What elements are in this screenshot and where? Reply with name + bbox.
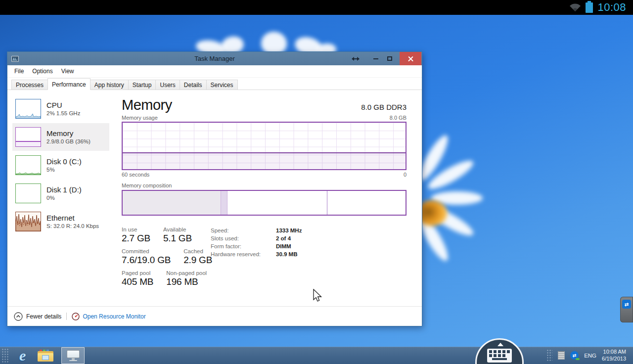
menu-file[interactable]: File <box>14 68 24 75</box>
memory-panel-title: Memory <box>122 97 172 113</box>
task-manager-window: Task Manager File Options View Processes… <box>7 51 422 326</box>
status-bar-clock: 10:08 <box>597 0 626 15</box>
memory-usage-graph <box>122 122 407 170</box>
ethernet-graph-thumbnail <box>15 212 41 231</box>
memory-composition-bar <box>122 190 407 216</box>
memory-panel: Memory 8.0 GB DDR3 Memory usage 8.0 GB 6… <box>109 90 422 306</box>
chevron-up-icon <box>497 343 503 346</box>
internet-explorer-icon[interactable]: e <box>19 348 26 363</box>
file-explorer-icon[interactable] <box>38 350 53 362</box>
stat-label-committed: Committed <box>122 248 171 254</box>
tab-app-history[interactable]: App history <box>90 80 129 90</box>
composition-segment-in-use <box>123 191 221 215</box>
composition-segment-modified <box>221 191 227 215</box>
detail-value-hw-reserved: 30.9 MB <box>276 251 302 257</box>
graph-axis-left: 60 seconds <box>122 172 149 178</box>
open-resource-monitor-link[interactable]: Open Resource Monitor <box>72 313 145 320</box>
tab-startup[interactable]: Startup <box>128 80 156 90</box>
teamviewer-icon: ⇄ <box>622 300 631 309</box>
detail-label-hw-reserved: Hardware reserved: <box>211 251 263 257</box>
stat-value-in-use: 2.7 GB <box>122 233 150 244</box>
sidebar-item-disk1[interactable]: Disk 1 (D:) 0% <box>12 180 109 207</box>
memory-composition-label: Memory composition <box>122 182 407 188</box>
sidebar-memory-detail: 2.9/8.0 GB (36%) <box>46 138 90 145</box>
stat-label-cached: Cached <box>183 248 212 254</box>
disk0-graph-thumbnail <box>15 155 41 175</box>
stat-value-paged-pool: 405 MB <box>122 276 153 287</box>
window-footer: Fewer details Open Resource Monitor <box>7 306 422 326</box>
sidebar-item-cpu[interactable]: CPU 2% 1.55 GHz <box>12 95 109 123</box>
memory-capacity: 8.0 GB DDR3 <box>361 103 407 111</box>
menu-options[interactable]: Options <box>32 68 52 75</box>
detail-label-slots: Slots used: <box>211 235 263 241</box>
task-manager-icon <box>67 350 80 361</box>
memory-usage-fill <box>123 152 406 169</box>
taskbar-time: 10:08 AM <box>602 349 626 356</box>
taskbar-grip[interactable] <box>1 348 9 363</box>
composition-segment-free <box>327 191 406 215</box>
fewer-details-button[interactable]: Fewer details <box>14 312 61 321</box>
tab-strip: Processes Performance App history Startu… <box>7 78 422 90</box>
stat-value-available: 5.1 GB <box>163 233 192 244</box>
sidebar-disk0-detail: 5% <box>46 166 82 173</box>
composition-segment-standby <box>227 191 327 215</box>
tab-services[interactable]: Services <box>206 80 238 90</box>
tab-users[interactable]: Users <box>155 80 180 90</box>
memory-usage-max: 8.0 GB <box>390 115 407 121</box>
resize-icon[interactable] <box>350 52 362 65</box>
performance-content: CPU 2% 1.55 GHz Memory 2.9/8.0 GB (36%) <box>7 90 422 306</box>
memory-usage-label: Memory usage <box>122 115 158 121</box>
detail-label-form-factor: Form factor: <box>211 243 263 249</box>
close-button[interactable] <box>400 52 421 65</box>
taskbar: e <box>0 347 633 364</box>
sidebar-ethernet-detail: S: 32.0 R: 24.0 Kbps <box>46 223 99 229</box>
cpu-graph-thumbnail <box>15 99 41 119</box>
sidebar-memory-label: Memory <box>46 129 90 138</box>
chevron-up-icon <box>14 312 23 321</box>
keyboard-icon <box>487 349 512 363</box>
close-icon <box>408 56 413 61</box>
menu-bar: File Options View <box>7 65 422 78</box>
battery-icon <box>586 2 593 13</box>
language-indicator[interactable]: ENG <box>584 353 596 359</box>
stat-value-non-paged-pool: 196 MB <box>166 276 207 287</box>
taskbar-date: 6/19/2013 <box>602 356 626 363</box>
resource-monitor-icon <box>72 313 80 320</box>
tab-performance[interactable]: Performance <box>47 78 90 90</box>
maximize-button[interactable] <box>383 52 396 65</box>
sidebar-disk1-label: Disk 1 (D:) <box>46 185 82 194</box>
detail-value-form-factor: DIMM <box>276 243 302 249</box>
sidebar-item-memory[interactable]: Memory 2.9/8.0 GB (36%) <box>12 123 109 151</box>
memory-stats: In use 2.7 GB Available 5.1 GB Committed <box>122 227 211 292</box>
memory-graph-thumbnail <box>15 127 41 147</box>
performance-sidebar: CPU 2% 1.55 GHz Memory 2.9/8.0 GB (36%) <box>7 90 109 306</box>
sidebar-ethernet-label: Ethernet <box>46 214 99 223</box>
sidebar-item-ethernet[interactable]: Ethernet S: 32.0 R: 24.0 Kbps <box>12 208 109 235</box>
sidebar-disk1-detail: 0% <box>46 194 82 201</box>
teamviewer-edge-tab[interactable]: ⇄ <box>620 297 633 322</box>
tray-teamviewer-icon[interactable]: ⇄ <box>570 351 579 360</box>
stat-value-committed: 7.6/19.0 GB <box>122 255 171 266</box>
sidebar-cpu-detail: 2% 1.55 GHz <box>46 110 80 117</box>
sidebar-item-disk0[interactable]: Disk 0 (C:) 5% <box>12 151 109 179</box>
stat-value-cached: 2.9 GB <box>183 255 212 266</box>
system-tray: ⇄ ENG 10:08 AM 6/19/2013 <box>546 347 633 364</box>
tab-details[interactable]: Details <box>180 80 207 90</box>
menu-view[interactable]: View <box>61 68 74 75</box>
task-manager-taskbar-button[interactable] <box>61 347 85 364</box>
graph-axis-right: 0 <box>404 172 407 178</box>
minimize-button[interactable] <box>369 52 382 65</box>
detail-value-speed: 1333 MHz <box>276 228 302 233</box>
sidebar-disk0-label: Disk 0 (C:) <box>46 157 82 166</box>
stat-label-non-paged-pool: Non-paged pool <box>166 270 207 276</box>
title-bar[interactable]: Task Manager <box>7 52 422 65</box>
tray-grip[interactable] <box>546 349 552 362</box>
tray-document-icon[interactable] <box>558 351 565 360</box>
tab-processes[interactable]: Processes <box>11 80 48 90</box>
stat-label-paged-pool: Paged pool <box>122 270 153 276</box>
stat-label-available: Available <box>163 227 192 232</box>
taskbar-clock[interactable]: 10:08 AM 6/19/2013 <box>602 349 626 362</box>
screen: 10:08 ⇄ Task Manager <box>0 0 633 364</box>
stat-label-in-use: In use <box>122 227 150 232</box>
wifi-icon <box>569 2 581 12</box>
